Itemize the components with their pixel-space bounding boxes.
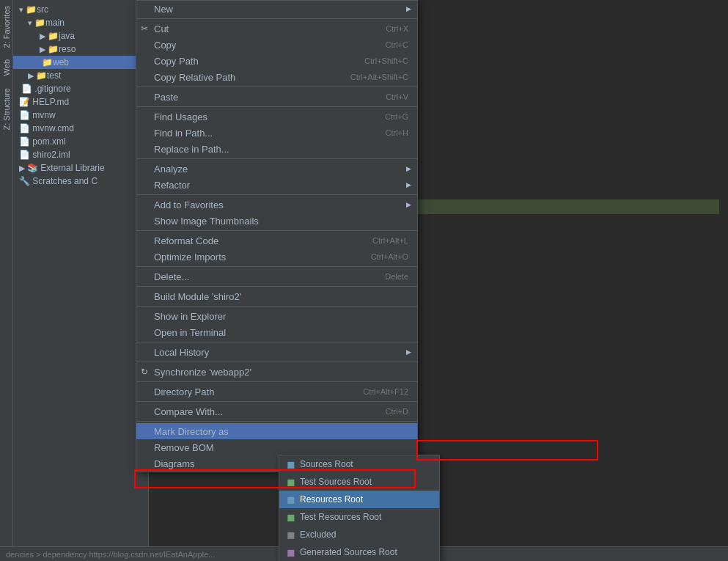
expand-icon: ▶	[19, 164, 25, 173]
menu-item-paste[interactable]: Paste Ctrl+V	[136, 89, 417, 105]
mark-directory-submenu: ◼ Sources Root ◼ Test Sources Root ◼ Res…	[279, 455, 440, 561]
menu-item-cut[interactable]: ✂ Cut Ctrl+X	[136, 21, 417, 37]
menu-item-find-in-path[interactable]: Find in Path... Ctrl+H	[136, 125, 417, 141]
menu-separator	[136, 306, 417, 307]
sidebar-item-ext-lib[interactable]: ▶ 📚 External Librarie	[13, 161, 148, 175]
shortcut-optimize: Ctrl+Alt+O	[356, 252, 408, 261]
menu-item-compare-with[interactable]: Compare With... Ctrl+D	[136, 403, 417, 419]
menu-item-label: Directory Path	[154, 386, 214, 397]
menu-item-label: Paste	[154, 92, 178, 103]
menu-item-show-image[interactable]: Show Image Thumbnails	[136, 213, 417, 229]
menu-item-label: Find in Path...	[154, 128, 213, 139]
menu-item-copy[interactable]: Copy Ctrl+C	[136, 37, 417, 53]
submenu-item-label: Test Resources Root	[300, 512, 381, 522]
menu-item-new[interactable]: New	[136, 1, 417, 17]
folder-icon: 📁	[26, 4, 37, 15]
test-resources-icon: ◼	[287, 511, 295, 523]
sidebar-label: 📄 shiro2.iml	[19, 150, 70, 160]
sidebar-item-java[interactable]: ▶ 📁 java	[13, 29, 148, 43]
generated-sources-icon: ◼	[287, 546, 295, 558]
menu-separator	[136, 286, 417, 287]
menu-separator	[136, 342, 417, 342]
submenu-item-label: Sources Root	[300, 459, 353, 469]
submenu-item-sources-root[interactable]: ◼ Sources Root	[279, 455, 439, 473]
menu-separator	[136, 266, 417, 267]
shortcut-dir-path: Ctrl+Alt+F12	[348, 387, 408, 396]
sidebar-item-mvnwcmd[interactable]: 📄 mvnw.cmd	[13, 122, 148, 135]
menu-item-label: Cut	[154, 23, 169, 34]
menu-item-label: Compare With...	[154, 406, 223, 417]
folder-icon: 📁	[34, 18, 45, 28]
menu-separator	[136, 401, 417, 402]
menu-separator	[136, 421, 417, 422]
resources-root-icon: ◼	[287, 494, 295, 505]
submenu-item-test-resources-root[interactable]: ◼ Test Resources Root	[279, 508, 439, 526]
tab-web[interactable]: Web	[1, 54, 12, 81]
tab-favorites[interactable]: 2: Favorites	[1, 0, 12, 54]
sidebar-item-test[interactable]: ▶ 📁 test	[13, 69, 148, 82]
menu-item-add-to-favorites[interactable]: Add to Favorites	[136, 197, 417, 213]
shortcut-find-usages: Ctrl+G	[370, 112, 408, 121]
sources-root-icon: ◼	[287, 458, 295, 470]
sidebar-item-help[interactable]: 📝 HELP.md	[13, 95, 148, 109]
menu-item-label: Show Image Thumbnails	[154, 216, 259, 227]
sidebar-item-main[interactable]: ▾ 📁 main	[13, 16, 148, 29]
expand-icon: ▾	[19, 5, 23, 15]
menu-item-open-terminal[interactable]: Open in Terminal	[136, 324, 417, 340]
menu-item-delete[interactable]: Delete... Delete	[136, 268, 417, 285]
menu-item-copy-path[interactable]: Copy Path Ctrl+Shift+C	[136, 53, 417, 69]
menu-item-label: Reformat Code	[154, 235, 218, 246]
menu-item-copy-relative-path[interactable]: Copy Relative Path Ctrl+Alt+Shift+C	[136, 69, 417, 85]
shortcut-copy-path: Ctrl+Shift+C	[350, 56, 408, 65]
menu-item-label: Diagrams	[154, 458, 195, 469]
menu-item-label: Show in Explorer	[154, 311, 226, 322]
menu-item-local-history[interactable]: Local History	[136, 344, 417, 360]
sidebar-label: web	[53, 57, 69, 67]
cut-icon: ✂	[141, 23, 148, 34]
menu-item-build-module[interactable]: Build Module 'shiro2'	[136, 288, 417, 304]
excluded-icon: ◼	[287, 529, 295, 540]
shortcut-delete: Delete	[370, 272, 408, 281]
menu-item-refactor[interactable]: Refactor	[136, 177, 417, 193]
sidebar-label: 📄 pom.xml	[19, 136, 66, 147]
menu-item-mark-directory[interactable]: Mark Directory as	[136, 423, 417, 439]
menu-item-replace-in-path[interactable]: Replace in Path...	[136, 141, 417, 157]
sidebar-item-scratches[interactable]: 🔧 Scratches and C	[13, 175, 148, 188]
sidebar-label: 🔧 Scratches and C	[19, 176, 98, 186]
expand-icon: ▶	[40, 32, 45, 41]
menu-item-label: Remove BOM	[154, 442, 214, 453]
shortcut-find-in-path: Ctrl+H	[371, 128, 408, 137]
menu-item-label: Add to Favorites	[154, 199, 224, 210]
menu-item-analyze[interactable]: Analyze	[136, 161, 417, 177]
tab-structure[interactable]: Z: Structure	[1, 82, 12, 136]
menu-item-optimize-imports[interactable]: Optimize Imports Ctrl+Alt+O	[136, 249, 417, 265]
menu-item-remove-bom[interactable]: Remove BOM	[136, 439, 417, 455]
sidebar-item-pom[interactable]: 📄 pom.xml	[13, 135, 148, 148]
sidebar-label: 📄 mvnw.cmd	[19, 123, 74, 133]
submenu-item-generated-sources-root[interactable]: ◼ Generated Sources Root	[279, 543, 439, 561]
sidebar-item-mvnw[interactable]: 📄 mvnw	[13, 109, 148, 122]
sidebar-item-iml[interactable]: 📄 shiro2.iml	[13, 148, 148, 161]
shortcut-copy: Ctrl+C	[371, 40, 408, 49]
folder-icon: 📁	[48, 31, 59, 41]
sync-icon: ↻	[141, 367, 148, 377]
expand-icon: ▶	[28, 71, 34, 81]
menu-item-label: Find Usages	[154, 111, 207, 122]
ide-window: 2: Favorites Web Z: Structure ▾ 📁 src ▾ …	[0, 0, 728, 561]
menu-item-reformat[interactable]: Reformat Code Ctrl+Alt+L	[136, 232, 417, 249]
sidebar-item-src[interactable]: ▾ 📁 src	[13, 3, 148, 16]
menu-item-directory-path[interactable]: Directory Path Ctrl+Alt+F12	[136, 384, 417, 400]
sidebar-item-webapp[interactable]: 📁 web	[13, 56, 148, 69]
menu-item-find-usages[interactable]: Find Usages Ctrl+G	[136, 109, 417, 125]
sidebar-item-gitignore[interactable]: 📄 .gitignore	[13, 82, 148, 95]
menu-separator	[136, 106, 417, 107]
submenu-item-resources-root[interactable]: ◼ Resources Root	[279, 491, 439, 508]
sidebar-item-resources[interactable]: ▶ 📁 reso	[13, 43, 148, 56]
menu-item-label: Delete...	[154, 271, 189, 282]
sidebar-label: src	[37, 4, 48, 15]
submenu-item-test-sources-root[interactable]: ◼ Test Sources Root	[279, 473, 439, 491]
menu-item-show-explorer[interactable]: Show in Explorer	[136, 308, 417, 324]
menu-separator	[136, 381, 417, 382]
menu-item-synchronize[interactable]: ↻ Synchronize 'webapp2'	[136, 364, 417, 380]
submenu-item-excluded[interactable]: ◼ Excluded	[279, 526, 439, 543]
